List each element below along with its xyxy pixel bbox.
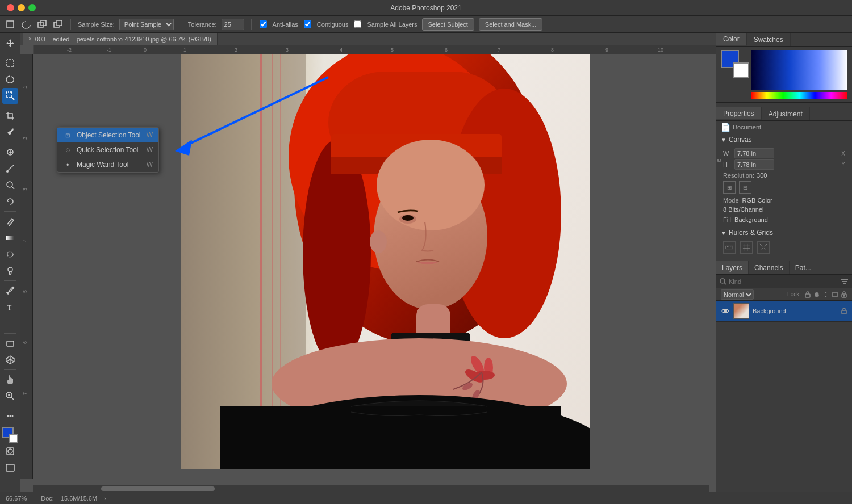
layers-tab-channels[interactable]: Channels [749, 261, 790, 274]
tool-mode-rect[interactable] [5, 19, 16, 30]
extra-tools[interactable] [2, 408, 18, 424]
mode-value: RGB Color [742, 197, 772, 204]
tool-popup-item-object-selection[interactable]: ⊡ Object Selection Tool W [57, 128, 158, 142]
tab-label: 003 – edited – pexels-cottonbro-4123910.… [35, 36, 211, 43]
layers-search-input[interactable] [729, 278, 838, 285]
toolbar-sep1 [4, 53, 16, 53]
eyedropper-tool[interactable] [2, 124, 18, 140]
anti-alias-checkbox[interactable] [260, 20, 267, 28]
brush-tool[interactable] [2, 161, 18, 177]
color-tab[interactable]: Color [716, 33, 747, 46]
traffic-lights[interactable] [7, 4, 36, 11]
select-mask-button[interactable]: Select and Mask... [479, 18, 543, 31]
layer-row-background[interactable]: Background [716, 301, 852, 322]
move-tool[interactable] [2, 35, 18, 51]
canvas-resize-icons: ⊞ ⊟ [723, 181, 845, 194]
minimize-button[interactable] [18, 4, 25, 11]
canvas-image[interactable] [181, 54, 590, 469]
lock-icons: Lock: [787, 291, 847, 298]
tool-mode-intersect[interactable] [36, 19, 48, 30]
quick-mask-tool[interactable] [2, 443, 18, 459]
layers-tab-layers[interactable]: Layers [716, 261, 749, 274]
height-input[interactable] [734, 159, 774, 170]
fg-bg-colors[interactable] [721, 50, 749, 78]
quick-selection-icon: ⊙ [63, 145, 72, 154]
resolution-value: 300 [757, 172, 767, 179]
hand-tool[interactable] [2, 372, 18, 388]
healing-brush-tool[interactable] [2, 144, 18, 160]
maximize-button[interactable] [28, 4, 36, 11]
blend-mode-select[interactable]: Normal [721, 289, 754, 300]
lock-artboard-icon[interactable] [832, 291, 838, 298]
doc-label: Doc: [41, 495, 54, 502]
horizontal-scrollbar[interactable] [33, 485, 709, 492]
svg-line-89 [724, 283, 726, 284]
props-tab-adjustment[interactable]: Adjustment [762, 107, 810, 120]
grid-icon[interactable] [740, 241, 753, 254]
text-tool[interactable]: T [2, 299, 18, 315]
sample-all-checkbox[interactable] [354, 20, 361, 28]
screen-mode-tool[interactable] [2, 460, 18, 476]
color-gradient-preview[interactable] [751, 50, 847, 90]
gradient-tool[interactable] [2, 230, 18, 246]
layer-visibility-background[interactable] [721, 306, 730, 316]
lock-label: Lock: [787, 291, 801, 297]
rectangular-marquee-tool[interactable] [2, 55, 18, 71]
toolbar-sep6 [4, 333, 16, 334]
svg-rect-93 [805, 294, 810, 297]
clone-stamp-tool[interactable] [2, 177, 18, 193]
guides-icon[interactable] [757, 241, 770, 254]
scrollbar-thumb-h[interactable] [101, 486, 215, 491]
blur-tool[interactable] [2, 246, 18, 262]
sample-all-label: Sample All Layers [367, 21, 417, 28]
close-button[interactable] [7, 4, 14, 11]
pen-tool[interactable] [2, 283, 18, 299]
zoom-tool[interactable] [2, 388, 18, 404]
tolerance-input[interactable] [222, 19, 244, 30]
contiguous-checkbox[interactable] [304, 20, 311, 28]
tool-mode-subtract[interactable] [52, 19, 64, 30]
rulers-grids-header[interactable]: ▼ Rulers & Grids [716, 226, 852, 239]
3d-tool[interactable] [2, 352, 18, 368]
document-tab[interactable]: × 003 – edited – pexels-cottonbro-412391… [23, 33, 218, 45]
canvas-header[interactable]: ▼ Canvas [716, 133, 852, 146]
canvas-chevron: ▼ [721, 137, 726, 143]
lock-transparency-icon[interactable] [804, 291, 811, 298]
width-input[interactable] [734, 148, 774, 158]
ruler-horizontal: -2 -1 0 1 2 3 4 5 6 7 8 9 10 [33, 45, 716, 54]
ruler-icon[interactable] [723, 241, 736, 254]
dodge-tool[interactable] [2, 263, 18, 279]
crop-tool[interactable] [2, 108, 18, 124]
canvas-resize-button2[interactable]: ⊟ [739, 181, 751, 194]
filter-icon[interactable] [841, 278, 849, 285]
swatches-tab[interactable]: Swatches [747, 33, 791, 46]
layers-tab-paths[interactable]: Pat... [790, 261, 817, 274]
lock-image-icon[interactable] [813, 291, 820, 298]
path-selection-tool[interactable] [2, 316, 18, 331]
tool-popup-item-magic-wand[interactable]: ✦ Magic Wand Tool W [57, 157, 158, 172]
props-tab-properties[interactable]: Properties [716, 107, 762, 120]
svg-point-18 [9, 415, 11, 417]
hue-bar[interactable] [751, 92, 847, 99]
tool-popup-item-quick-selection[interactable]: ⊙ Quick Selection Tool W [57, 142, 158, 157]
svg-point-88 [720, 279, 725, 283]
canvas-resize-button1[interactable]: ⊞ [723, 181, 736, 194]
svg-point-58 [377, 140, 485, 230]
object-selection-tool[interactable] [2, 88, 18, 104]
lasso-tool[interactable] [2, 72, 18, 87]
status-arrow[interactable]: › [104, 495, 106, 502]
lock-all-icon[interactable] [841, 291, 847, 298]
lock-position-icon[interactable] [822, 291, 829, 298]
tool-mode-lasso[interactable] [20, 19, 32, 30]
eraser-tool[interactable] [2, 213, 18, 229]
foreground-color-swatch[interactable] [2, 427, 18, 443]
svg-rect-92 [843, 283, 846, 284]
svg-text:8: 8 [551, 47, 554, 53]
background-color[interactable] [733, 62, 749, 78]
tab-close-icon[interactable]: × [28, 36, 32, 42]
rectangle-shape-tool[interactable] [2, 335, 18, 351]
canvas-area: × 003 – edited – pexels-cottonbro-412391… [20, 33, 716, 492]
history-brush-tool[interactable] [2, 194, 18, 209]
select-subject-button[interactable]: Select Subject [422, 18, 474, 31]
sample-size-select[interactable]: Point Sample [119, 19, 174, 30]
